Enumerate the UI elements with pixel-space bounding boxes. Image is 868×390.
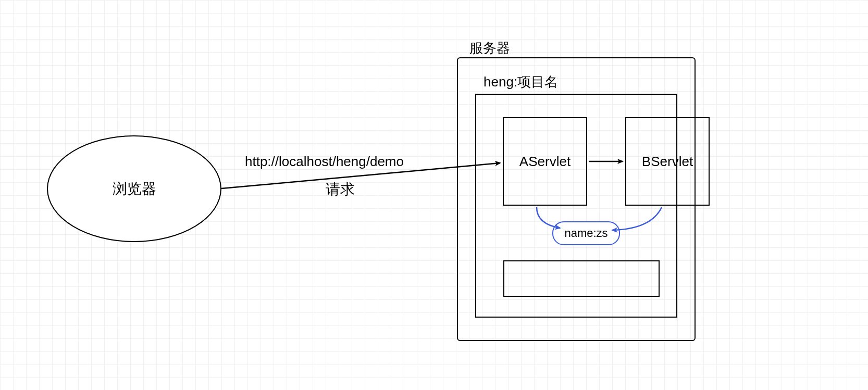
project-label: heng:项目名 — [483, 73, 558, 91]
aservlet-label: AServlet — [519, 154, 571, 170]
empty-box — [503, 260, 660, 297]
server-title: 服务器 — [469, 39, 510, 57]
bservlet-label: BServlet — [642, 154, 693, 170]
browser-node: 浏览器 — [47, 135, 221, 242]
aservlet-box: AServlet — [503, 117, 587, 206]
attribute-node: name:zs — [552, 221, 620, 245]
request-text-label: 请求 — [326, 180, 355, 199]
request-url-label: http://localhost/heng/demo — [245, 154, 404, 170]
bservlet-box: BServlet — [625, 117, 710, 206]
attribute-label: name:zs — [564, 227, 607, 240]
browser-label: 浏览器 — [113, 179, 156, 199]
